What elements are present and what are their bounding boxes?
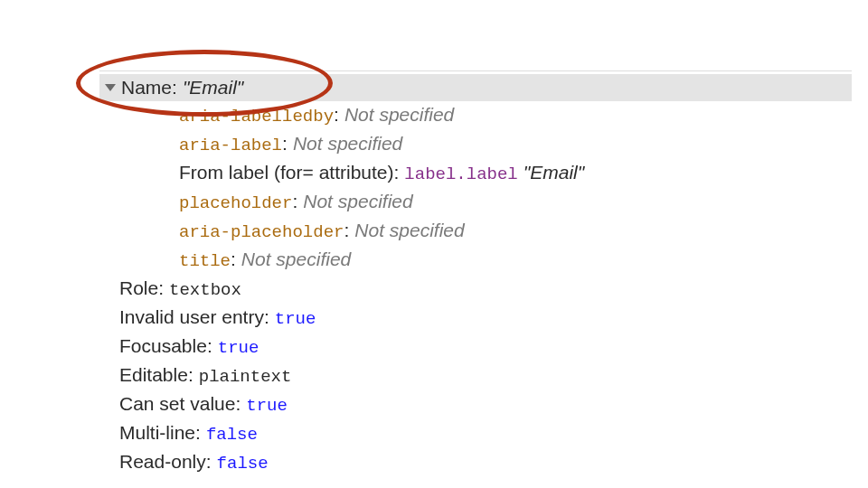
- prop-read-only-label: Read-only:: [119, 448, 212, 475]
- accessibility-tree-panel: Name: "Email" aria-labelledby: Not speci…: [99, 74, 852, 477]
- source-from-label: From label (for= attribute): label.label…: [103, 159, 852, 188]
- source-aria-labelledby-key: aria-labelledby: [179, 103, 334, 130]
- prop-can-set-value: Can set value: true: [103, 390, 852, 419]
- source-title-key: title: [179, 248, 231, 275]
- prop-multi-line-value: false: [206, 421, 258, 448]
- source-aria-placeholder-state: Not specified: [354, 217, 464, 244]
- prop-focusable-value: true: [218, 334, 259, 361]
- source-placeholder: placeholder: Not specified: [103, 188, 852, 217]
- prop-editable: Editable: plaintext: [103, 361, 852, 390]
- name-value: "Email": [183, 76, 243, 99]
- top-border: [99, 70, 852, 71]
- prop-read-only-value: false: [217, 450, 269, 477]
- prop-editable-value: plaintext: [199, 363, 292, 390]
- source-aria-labelledby-state: Not specified: [344, 101, 454, 128]
- name-sources: aria-labelledby: Not specified aria-labe…: [99, 101, 852, 477]
- prop-focusable-label: Focusable:: [119, 333, 212, 360]
- name-label: Name:: [121, 76, 177, 99]
- prop-multi-line: Multi-line: false: [103, 419, 852, 448]
- prop-editable-label: Editable:: [119, 361, 193, 389]
- prop-multi-line-label: Multi-line:: [119, 419, 201, 446]
- prop-can-set-value-value: true: [246, 392, 288, 419]
- prop-invalid-value: true: [275, 305, 316, 333]
- source-aria-label-state: Not specified: [293, 130, 402, 157]
- from-label-tag: label: [404, 161, 456, 188]
- from-label-text: From label (for= attribute):: [179, 159, 399, 186]
- prop-role: Role: textbox: [103, 275, 852, 304]
- prop-invalid: Invalid user entry: true: [103, 304, 852, 333]
- source-aria-placeholder: aria-placeholder: Not specified: [103, 217, 852, 246]
- prop-focusable: Focusable: true: [103, 333, 852, 361]
- prop-invalid-label: Invalid user entry:: [119, 304, 269, 331]
- from-label-value: "Email": [524, 159, 584, 186]
- source-placeholder-state: Not specified: [303, 188, 412, 215]
- source-title: title: Not specified: [103, 246, 852, 275]
- from-label-class: label: [467, 161, 518, 188]
- prop-read-only: Read-only: false: [103, 448, 852, 477]
- prop-role-value: textbox: [169, 277, 241, 304]
- source-aria-labelledby: aria-labelledby: Not specified: [103, 101, 852, 130]
- source-title-state: Not specified: [241, 246, 351, 273]
- prop-role-label: Role:: [119, 275, 164, 302]
- source-aria-label-key: aria-label: [179, 132, 282, 159]
- prop-can-set-value-label: Can set value:: [119, 390, 241, 418]
- disclosure-triangle-icon[interactable]: [105, 84, 116, 91]
- source-placeholder-key: placeholder: [179, 190, 292, 217]
- name-row[interactable]: Name: "Email": [99, 74, 852, 101]
- source-aria-label: aria-label: Not specified: [103, 130, 852, 159]
- source-aria-placeholder-key: aria-placeholder: [179, 219, 344, 246]
